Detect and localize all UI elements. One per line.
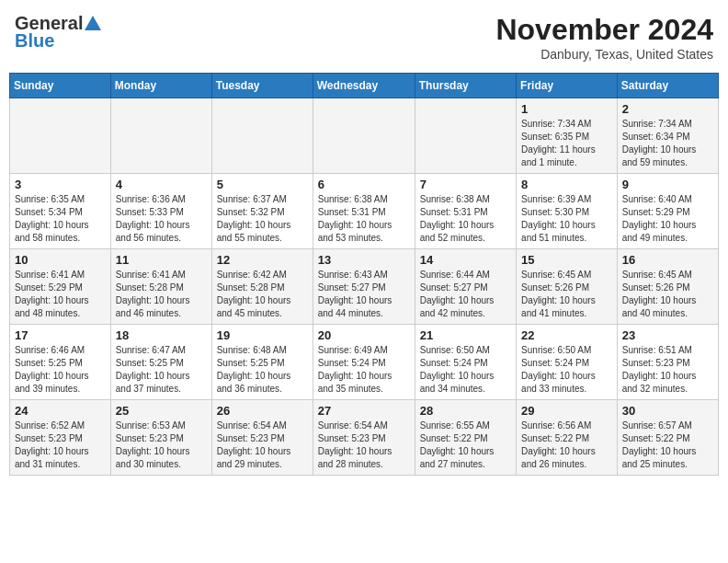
day-info: Sunrise: 6:52 AM Sunset: 5:23 PM Dayligh… bbox=[15, 419, 106, 471]
calendar-cell: 26Sunrise: 6:54 AM Sunset: 5:23 PM Dayli… bbox=[211, 400, 313, 476]
day-info: Sunrise: 6:43 AM Sunset: 5:27 PM Dayligh… bbox=[318, 269, 410, 320]
weekday-header: Friday bbox=[517, 74, 618, 98]
day-number: 4 bbox=[116, 178, 207, 191]
day-number: 7 bbox=[420, 178, 511, 191]
calendar-cell: 29Sunrise: 6:56 AM Sunset: 5:22 PM Dayli… bbox=[517, 400, 618, 476]
day-info: Sunrise: 6:45 AM Sunset: 5:26 PM Dayligh… bbox=[521, 269, 612, 320]
day-info: Sunrise: 6:48 AM Sunset: 5:25 PM Dayligh… bbox=[217, 344, 308, 396]
calendar-cell bbox=[313, 98, 415, 174]
calendar-cell: 11Sunrise: 6:41 AM Sunset: 5:28 PM Dayli… bbox=[110, 249, 211, 325]
calendar-table: SundayMondayTuesdayWednesdayThursdayFrid… bbox=[9, 73, 719, 476]
logo: General Blue bbox=[15, 13, 101, 52]
weekday-header: Wednesday bbox=[313, 74, 415, 98]
day-number: 27 bbox=[318, 404, 410, 418]
weekday-header: Sunday bbox=[10, 74, 111, 98]
calendar-week-row: 24Sunrise: 6:52 AM Sunset: 5:23 PM Dayli… bbox=[10, 400, 719, 476]
day-number: 29 bbox=[521, 404, 612, 418]
day-number: 19 bbox=[217, 328, 308, 342]
calendar-cell: 25Sunrise: 6:53 AM Sunset: 5:23 PM Dayli… bbox=[110, 400, 211, 476]
calendar-cell: 6Sunrise: 6:38 AM Sunset: 5:31 PM Daylig… bbox=[313, 174, 415, 249]
day-number: 20 bbox=[318, 328, 410, 342]
calendar-cell: 16Sunrise: 6:45 AM Sunset: 5:26 PM Dayli… bbox=[617, 249, 718, 325]
day-info: Sunrise: 6:39 AM Sunset: 5:30 PM Dayligh… bbox=[521, 193, 612, 245]
day-info: Sunrise: 6:38 AM Sunset: 5:31 PM Dayligh… bbox=[318, 193, 410, 245]
day-info: Sunrise: 6:37 AM Sunset: 5:32 PM Dayligh… bbox=[217, 193, 308, 245]
calendar-cell: 8Sunrise: 6:39 AM Sunset: 5:30 PM Daylig… bbox=[517, 174, 618, 249]
day-number: 5 bbox=[217, 178, 308, 191]
day-number: 13 bbox=[318, 253, 410, 267]
day-info: Sunrise: 6:55 AM Sunset: 5:22 PM Dayligh… bbox=[420, 419, 511, 471]
calendar-cell: 10Sunrise: 6:41 AM Sunset: 5:29 PM Dayli… bbox=[10, 249, 111, 325]
calendar-cell: 24Sunrise: 6:52 AM Sunset: 5:23 PM Dayli… bbox=[10, 400, 111, 476]
day-number: 23 bbox=[622, 328, 713, 342]
day-info: Sunrise: 6:44 AM Sunset: 5:27 PM Dayligh… bbox=[420, 269, 511, 320]
day-number: 2 bbox=[622, 102, 713, 116]
calendar-cell: 13Sunrise: 6:43 AM Sunset: 5:27 PM Dayli… bbox=[313, 249, 415, 325]
calendar-cell: 14Sunrise: 6:44 AM Sunset: 5:27 PM Dayli… bbox=[415, 249, 516, 325]
day-number: 11 bbox=[116, 253, 207, 267]
day-info: Sunrise: 6:46 AM Sunset: 5:25 PM Dayligh… bbox=[15, 344, 106, 396]
calendar-cell: 22Sunrise: 6:50 AM Sunset: 5:24 PM Dayli… bbox=[517, 325, 618, 400]
day-info: Sunrise: 6:41 AM Sunset: 5:28 PM Dayligh… bbox=[116, 269, 207, 320]
day-info: Sunrise: 6:45 AM Sunset: 5:26 PM Dayligh… bbox=[622, 269, 713, 320]
day-info: Sunrise: 6:42 AM Sunset: 5:28 PM Dayligh… bbox=[217, 269, 308, 320]
page-header: General Blue November 2024 Danbury, Texa… bbox=[9, 9, 719, 65]
calendar-cell bbox=[415, 98, 516, 174]
day-number: 22 bbox=[521, 328, 612, 342]
day-info: Sunrise: 6:35 AM Sunset: 5:34 PM Dayligh… bbox=[15, 193, 106, 245]
day-number: 24 bbox=[15, 404, 106, 418]
logo-triangle-icon bbox=[85, 14, 101, 30]
calendar-cell: 19Sunrise: 6:48 AM Sunset: 5:25 PM Dayli… bbox=[211, 325, 313, 400]
day-info: Sunrise: 6:49 AM Sunset: 5:24 PM Dayligh… bbox=[318, 344, 410, 396]
day-info: Sunrise: 6:50 AM Sunset: 5:24 PM Dayligh… bbox=[420, 344, 511, 396]
day-number: 12 bbox=[217, 253, 308, 267]
calendar-body: 1Sunrise: 7:34 AM Sunset: 6:35 PM Daylig… bbox=[10, 98, 719, 476]
day-info: Sunrise: 6:38 AM Sunset: 5:31 PM Dayligh… bbox=[420, 193, 511, 245]
day-info: Sunrise: 6:40 AM Sunset: 5:29 PM Dayligh… bbox=[622, 193, 713, 245]
day-number: 25 bbox=[116, 404, 207, 418]
day-info: Sunrise: 6:51 AM Sunset: 5:23 PM Dayligh… bbox=[622, 344, 713, 396]
day-number: 16 bbox=[622, 253, 713, 267]
calendar-cell: 5Sunrise: 6:37 AM Sunset: 5:32 PM Daylig… bbox=[211, 174, 313, 249]
calendar-cell: 15Sunrise: 6:45 AM Sunset: 5:26 PM Dayli… bbox=[517, 249, 618, 325]
weekday-header: Monday bbox=[110, 74, 211, 98]
calendar-cell: 2Sunrise: 7:34 AM Sunset: 6:34 PM Daylig… bbox=[617, 98, 718, 174]
weekday-header: Thursday bbox=[415, 74, 516, 98]
day-info: Sunrise: 6:53 AM Sunset: 5:23 PM Dayligh… bbox=[116, 419, 207, 471]
calendar-cell: 3Sunrise: 6:35 AM Sunset: 5:34 PM Daylig… bbox=[10, 174, 111, 249]
calendar-cell bbox=[211, 98, 313, 174]
day-number: 28 bbox=[420, 404, 511, 418]
day-number: 17 bbox=[15, 328, 106, 342]
calendar-week-row: 10Sunrise: 6:41 AM Sunset: 5:29 PM Dayli… bbox=[10, 249, 719, 325]
day-number: 1 bbox=[521, 102, 612, 116]
day-info: Sunrise: 6:54 AM Sunset: 5:23 PM Dayligh… bbox=[217, 419, 308, 471]
calendar-week-row: 1Sunrise: 7:34 AM Sunset: 6:35 PM Daylig… bbox=[10, 98, 719, 174]
day-number: 21 bbox=[420, 328, 511, 342]
day-info: Sunrise: 6:54 AM Sunset: 5:23 PM Dayligh… bbox=[318, 419, 410, 471]
calendar-cell: 9Sunrise: 6:40 AM Sunset: 5:29 PM Daylig… bbox=[617, 174, 718, 249]
calendar-cell: 17Sunrise: 6:46 AM Sunset: 5:25 PM Dayli… bbox=[10, 325, 111, 400]
day-info: Sunrise: 6:50 AM Sunset: 5:24 PM Dayligh… bbox=[521, 344, 612, 396]
day-number: 3 bbox=[15, 178, 106, 191]
calendar-cell: 12Sunrise: 6:42 AM Sunset: 5:28 PM Dayli… bbox=[211, 249, 313, 325]
page-title: November 2024 bbox=[495, 13, 713, 47]
day-info: Sunrise: 7:34 AM Sunset: 6:34 PM Dayligh… bbox=[622, 118, 713, 169]
calendar-cell: 4Sunrise: 6:36 AM Sunset: 5:33 PM Daylig… bbox=[110, 174, 211, 249]
logo-blue-text: Blue bbox=[15, 30, 54, 52]
svg-marker-0 bbox=[85, 16, 101, 30]
title-block: November 2024 Danbury, Texas, United Sta… bbox=[495, 13, 713, 62]
day-number: 14 bbox=[420, 253, 511, 267]
day-number: 30 bbox=[622, 404, 713, 418]
day-number: 9 bbox=[622, 178, 713, 191]
calendar-cell: 1Sunrise: 7:34 AM Sunset: 6:35 PM Daylig… bbox=[517, 98, 618, 174]
day-info: Sunrise: 6:36 AM Sunset: 5:33 PM Dayligh… bbox=[116, 193, 207, 245]
day-info: Sunrise: 6:47 AM Sunset: 5:25 PM Dayligh… bbox=[116, 344, 207, 396]
day-info: Sunrise: 6:56 AM Sunset: 5:22 PM Dayligh… bbox=[521, 419, 612, 471]
day-number: 15 bbox=[521, 253, 612, 267]
calendar-cell: 20Sunrise: 6:49 AM Sunset: 5:24 PM Dayli… bbox=[313, 325, 415, 400]
weekday-header: Saturday bbox=[617, 74, 718, 98]
calendar-cell: 27Sunrise: 6:54 AM Sunset: 5:23 PM Dayli… bbox=[313, 400, 415, 476]
day-number: 18 bbox=[116, 328, 207, 342]
day-number: 8 bbox=[521, 178, 612, 191]
calendar-week-row: 17Sunrise: 6:46 AM Sunset: 5:25 PM Dayli… bbox=[10, 325, 719, 400]
